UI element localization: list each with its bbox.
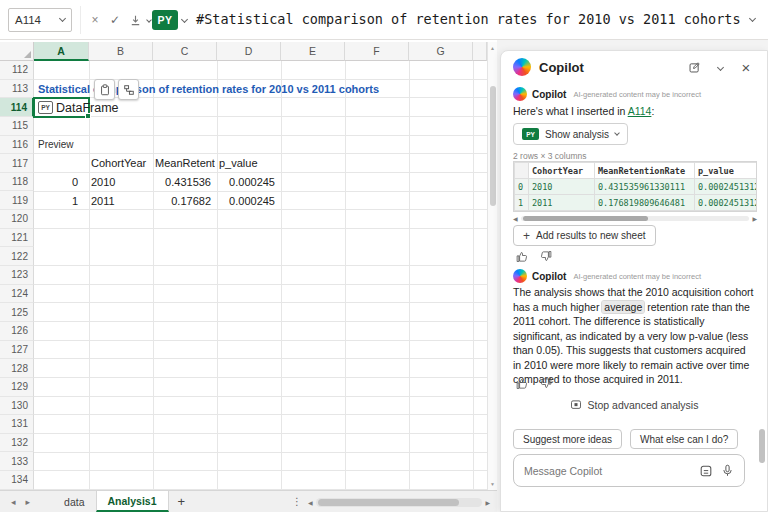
cell-reference-link[interactable]: A114 (628, 105, 652, 117)
row-header-117[interactable]: 117 (0, 154, 34, 173)
cell-B118[interactable]: 2010 (91, 173, 151, 192)
formula-input[interactable]: #Statistical comparison of retention rat… (196, 11, 741, 27)
row-header-129[interactable]: 129 (0, 378, 34, 397)
cell-C118[interactable]: 0.431536 (153, 173, 214, 192)
cell-D119[interactable]: 0.000245 (217, 192, 278, 211)
column-header-E[interactable]: E (281, 42, 345, 61)
sheet-tab-analysis1[interactable]: Analysis1 (96, 491, 169, 512)
row-header-134[interactable]: 134 (0, 471, 34, 490)
table-header-row: CohortYear MeanRetentionRate p_value (515, 163, 758, 179)
chevron-down-icon[interactable] (59, 15, 66, 22)
card-view-button[interactable] (118, 79, 139, 100)
paste-options-button[interactable] (94, 79, 115, 100)
formula-bar: A114 × ✓ PY #Statistical comparison of r… (0, 0, 768, 40)
table-horizontal-scrollbar[interactable]: ◀ ▶ (513, 214, 757, 222)
microphone-icon[interactable] (721, 464, 734, 477)
grid-canvas[interactable] (34, 61, 487, 490)
context-icon[interactable] (699, 464, 713, 478)
row-header-115[interactable]: 115 (0, 117, 34, 136)
horizontal-scrollbar[interactable]: ◀ ▶ (308, 491, 490, 512)
scrollbar-thumb[interactable] (523, 216, 649, 221)
row-header-118[interactable]: 118 (0, 173, 34, 192)
row-header-121[interactable]: 121 (0, 229, 34, 248)
close-icon[interactable]: × (737, 58, 755, 76)
vertical-scrollbar[interactable]: ▲ ▼ (487, 42, 497, 490)
row-header-127[interactable]: 127 (0, 341, 34, 360)
fill-handle[interactable] (85, 113, 91, 119)
scroll-down-icon[interactable]: ▼ (488, 481, 497, 487)
cell-D118[interactable]: 0.000245 (217, 173, 278, 192)
tab-scroll-right-icon[interactable]: ▸ (21, 497, 36, 507)
cell-C119[interactable]: 0.17682 (153, 192, 214, 211)
stop-label: Stop advanced analysis (588, 399, 699, 411)
enter-button[interactable]: ✓ (106, 10, 124, 30)
thumbs-up-icon[interactable] (515, 250, 528, 263)
scrollbar-track[interactable] (316, 498, 483, 507)
scrollbar-track[interactable] (521, 216, 750, 221)
message-input[interactable] (524, 465, 691, 477)
column-header-A[interactable]: A (34, 42, 89, 61)
suggestion-chip-what-else[interactable]: What else can I do? (630, 429, 738, 449)
cell-D117[interactable]: p_value (219, 154, 279, 173)
scroll-right-icon[interactable]: ▶ (485, 499, 490, 506)
chevron-down-icon[interactable] (711, 58, 729, 76)
row-header-132[interactable]: 132 (0, 434, 34, 453)
cell-B119[interactable]: 2011 (91, 192, 151, 211)
scroll-right-icon[interactable]: ▶ (752, 215, 757, 222)
row-header-130[interactable]: 130 (0, 397, 34, 416)
row-header-112[interactable]: 112 (0, 61, 34, 80)
python-language-badge[interactable]: PY (152, 10, 178, 30)
cell-C117[interactable]: MeanRetentionRate (155, 154, 215, 173)
row-header-124[interactable]: 124 (0, 285, 34, 304)
cell-A119[interactable]: 1 (34, 192, 85, 211)
row-header-128[interactable]: 128 (0, 359, 34, 378)
scrollbar-thumb[interactable] (318, 499, 460, 506)
tab-scroll-left-icon[interactable]: ◂ (6, 497, 21, 507)
formula-bar-expand-icon[interactable] (749, 15, 756, 22)
scrollbar-thumb[interactable] (490, 86, 496, 206)
column-header-D[interactable]: D (217, 42, 281, 61)
row-header-122[interactable]: 122 (0, 247, 34, 266)
row-header-113[interactable]: 113 (0, 80, 34, 99)
row-header-116[interactable]: 116 (0, 136, 34, 155)
row-header-114[interactable]: 114 (0, 98, 34, 117)
column-header-F[interactable]: F (345, 42, 409, 61)
thumbs-down-icon[interactable] (540, 377, 553, 390)
row-header-123[interactable]: 123 (0, 266, 34, 285)
scroll-left-icon[interactable]: ◀ (513, 215, 518, 222)
selected-cell-A114[interactable]: PY DataFrame (33, 97, 90, 118)
select-all-corner[interactable] (0, 42, 34, 61)
chevron-down-icon[interactable] (181, 16, 188, 23)
scroll-left-icon[interactable]: ◀ (308, 499, 313, 506)
column-header-G[interactable]: G (409, 42, 473, 61)
sheet-tab-data[interactable]: data (53, 491, 95, 512)
row-header-119[interactable]: 119 (0, 191, 34, 210)
column-header-C[interactable]: C (153, 42, 217, 61)
scroll-up-icon[interactable]: ▲ (488, 45, 497, 51)
analysis-summary-text: The analysis shows that the 2010 acquisi… (513, 285, 755, 387)
add-sheet-button[interactable]: + (169, 494, 195, 509)
row-header-120[interactable]: 120 (0, 210, 34, 229)
stop-advanced-analysis-button[interactable]: Stop advanced analysis (501, 399, 767, 411)
row-header-133[interactable]: 133 (0, 452, 34, 471)
tab-options-icon[interactable]: ⋮ (292, 496, 302, 507)
add-results-button[interactable]: + Add results to new sheet (513, 225, 656, 246)
row-header-125[interactable]: 125 (0, 303, 34, 322)
column-header-partial[interactable] (473, 42, 487, 61)
copilot-vertical-scrollbar[interactable] (759, 87, 765, 505)
thumbs-down-icon[interactable] (540, 250, 553, 263)
row-header-131[interactable]: 131 (0, 415, 34, 434)
new-chat-icon[interactable] (685, 58, 703, 76)
suggestion-chip-more-ideas[interactable]: Suggest more ideas (513, 429, 622, 449)
row-header-126[interactable]: 126 (0, 322, 34, 341)
show-analysis-button[interactable]: PY Show analysis (513, 123, 628, 145)
copilot-input-box[interactable] (513, 454, 745, 487)
thumbs-up-icon[interactable] (515, 377, 528, 390)
cancel-button[interactable]: × (86, 10, 104, 30)
column-header-B[interactable]: B (89, 42, 153, 61)
name-box[interactable]: A114 (8, 8, 72, 32)
scrollbar-thumb[interactable] (759, 429, 765, 463)
cell-A118[interactable]: 0 (34, 173, 85, 192)
cell-A116-preview[interactable]: Preview (38, 136, 74, 154)
cell-B117[interactable]: CohortYear (91, 154, 151, 173)
